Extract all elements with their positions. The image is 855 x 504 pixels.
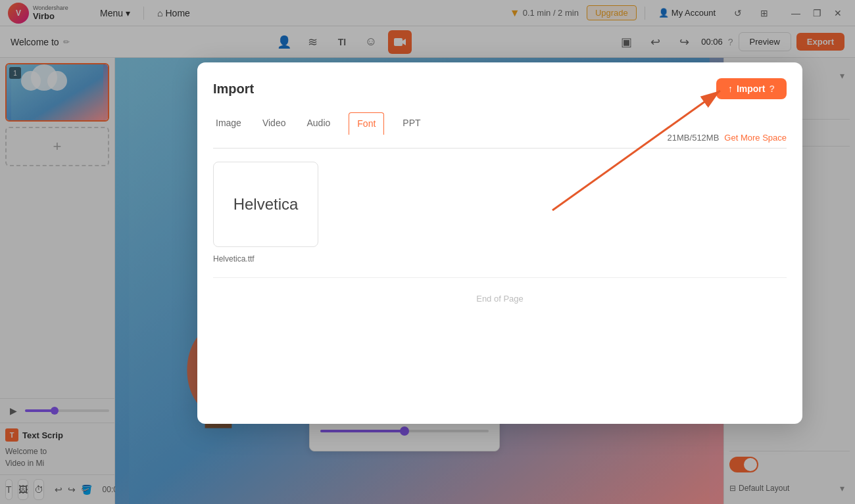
import-modal-button[interactable]: ↑ Import ? bbox=[716, 78, 787, 99]
get-more-space-link[interactable]: Get More Space bbox=[724, 133, 787, 143]
modal-overlay[interactable]: Import ↑ Import ? Image Video Audio Font… bbox=[0, 0, 855, 504]
modal-tabs: Image Video Audio Font PPT bbox=[213, 112, 424, 135]
tab-ppt[interactable]: PPT bbox=[400, 112, 423, 135]
font-preview-text: Helvetica bbox=[233, 195, 299, 214]
storage-text: 21MB/512MB bbox=[668, 133, 720, 143]
upload-icon: ↑ bbox=[728, 83, 733, 94]
font-preview-box: Helvetica bbox=[213, 162, 318, 247]
modal-header: Import ↑ Import ? bbox=[213, 78, 787, 99]
end-of-page: End of Page bbox=[213, 277, 787, 319]
font-filename: Helvetica.ttf bbox=[213, 254, 255, 263]
tab-image[interactable]: Image bbox=[213, 112, 244, 135]
tab-font[interactable]: Font bbox=[349, 112, 384, 135]
import-modal: Import ↑ Import ? Image Video Audio Font… bbox=[197, 62, 802, 424]
modal-tabs-row: Image Video Audio Font PPT 21MB/512MB Ge… bbox=[213, 112, 787, 149]
font-grid: Helvetica Helvetica.ttf bbox=[213, 162, 787, 264]
tab-video[interactable]: Video bbox=[260, 112, 289, 135]
font-card-helvetica: Helvetica Helvetica.ttf bbox=[213, 162, 318, 264]
modal-title: Import bbox=[213, 81, 254, 97]
import-help-icon: ? bbox=[769, 83, 775, 94]
tab-audio[interactable]: Audio bbox=[304, 112, 333, 135]
storage-info: 21MB/512MB Get More Space bbox=[668, 133, 787, 148]
